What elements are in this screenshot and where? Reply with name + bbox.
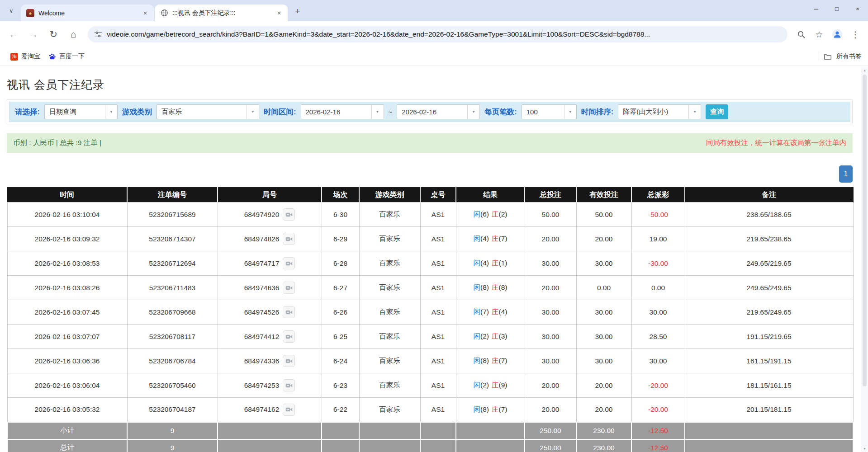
cell-game-kind: 百家乐 — [359, 251, 420, 276]
all-bookmarks-label[interactable]: 所有书签 — [836, 52, 862, 61]
dropdown-arrow-box[interactable]: ▼ — [688, 105, 701, 119]
cell-table-no: AS1 — [420, 300, 456, 325]
cell-note: 219.65/249.65 — [685, 300, 853, 325]
scrollbar-thumb[interactable] — [863, 75, 867, 386]
player-result-label: 闲 — [474, 283, 481, 291]
video-replay-button[interactable] — [283, 208, 295, 221]
round-id-text: 684974253 — [244, 381, 280, 390]
page-scrollbar[interactable]: ▲ ▼ — [861, 66, 868, 452]
player-result-label: 闲 — [474, 235, 481, 242]
sort-select[interactable]: 降幂(由大到小) ▼ — [618, 104, 701, 119]
video-replay-button[interactable] — [283, 355, 295, 367]
player-result-count: (6) — [480, 210, 489, 218]
video-replay-button[interactable] — [283, 306, 295, 318]
page-title: 视讯 会员下注纪录 — [7, 77, 853, 92]
cell-game-kind: 百家乐 — [359, 276, 420, 300]
query-type-select[interactable]: 日期查询 ▼ — [44, 104, 118, 119]
per-page-select[interactable]: 100 ▼ — [522, 104, 577, 119]
video-replay-button[interactable] — [283, 257, 295, 269]
new-tab-button[interactable]: + — [291, 5, 304, 18]
browser-menu-button[interactable]: ⋮ — [847, 26, 863, 42]
round-id-text: 684974162 — [244, 405, 280, 414]
bookmark-star-button[interactable]: ☆ — [811, 26, 827, 42]
video-replay-button[interactable] — [283, 379, 295, 391]
total-payout: -12.50 — [631, 439, 685, 452]
page-1-button[interactable]: 1 — [839, 165, 853, 183]
dropdown-arrow-box[interactable]: ▼ — [105, 105, 117, 119]
scroll-down-arrow-icon[interactable]: ▼ — [861, 445, 868, 452]
minimize-button[interactable]: ─ — [806, 0, 826, 17]
cell-time: 2026-02-16 03:08:26 — [7, 276, 127, 300]
cell-game-kind: 百家乐 — [359, 373, 420, 398]
close-window-button[interactable]: × — [847, 0, 868, 17]
url-text[interactable]: videoie.com/game/betrecord_search/kind3?… — [107, 30, 785, 38]
scroll-up-arrow-icon[interactable]: ▲ — [861, 66, 868, 74]
site-settings-icon[interactable] — [94, 30, 102, 38]
chevron-down-icon: ▼ — [472, 110, 475, 114]
maximize-button[interactable]: □ — [826, 0, 847, 17]
cell-bet-id: 523206712694 — [127, 251, 218, 276]
date-end-select[interactable]: 2026-02-16 ▼ — [397, 104, 480, 119]
back-button[interactable]: ← — [5, 25, 23, 43]
cell-result: 闲(4)庄(1) — [456, 251, 525, 276]
query-type-value: 日期查询 — [45, 105, 105, 119]
tab-close-icon[interactable]: × — [275, 9, 283, 17]
cell-time: 2026-02-16 03:05:32 — [7, 398, 127, 422]
tab-bet-records[interactable]: :::视讯 会员下注纪录::: × — [155, 5, 288, 21]
magnifier-icon — [797, 30, 806, 39]
bet-record-row: 2026-02-16 03:06:36 523206706784 6849743… — [7, 349, 853, 373]
tab-title: :::视讯 会员下注纪录::: — [172, 9, 275, 17]
dropdown-arrow-box[interactable]: ▼ — [564, 105, 576, 119]
dropdown-arrow-box[interactable]: ▼ — [371, 105, 384, 119]
profile-avatar-button[interactable] — [829, 26, 845, 42]
cell-round-id: 684974412 — [218, 325, 322, 349]
address-bar[interactable]: videoie.com/game/betrecord_search/kind3?… — [88, 26, 787, 42]
banker-result-count: (8) — [499, 283, 508, 291]
date-start-select[interactable]: 2026-02-16 ▼ — [301, 104, 384, 119]
bookmark-baidu[interactable]: 百度一下 — [44, 50, 89, 63]
bookmark-taobao[interactable]: 淘 爱淘宝 — [6, 50, 44, 63]
cell-table-no: AS1 — [420, 202, 456, 227]
tab-close-icon[interactable]: × — [141, 9, 149, 17]
subtotal-valid-bet: 230.00 — [576, 422, 631, 439]
cell-result: 闲(2)庄(9) — [456, 373, 525, 398]
forward-button[interactable]: → — [24, 25, 43, 43]
video-replay-button[interactable] — [283, 233, 295, 245]
subtotal-count: 9 — [127, 422, 218, 439]
reload-button[interactable]: ↻ — [44, 25, 62, 43]
close-icon: × — [856, 5, 859, 12]
cell-note: 249.65/249.65 — [685, 276, 853, 300]
cell-bet-id: 523206714307 — [127, 227, 218, 251]
dropdown-arrow-box[interactable]: ▼ — [467, 105, 479, 119]
filter-bar: 请选择: 日期查询 ▼ 游戏类别 百家乐 ▼ 时间区间: 2026-02-16 … — [9, 102, 850, 122]
cell-payout: 19.00 — [631, 227, 685, 251]
video-replay-button[interactable] — [283, 330, 295, 343]
tab-search-button[interactable]: ∨ — [5, 4, 18, 18]
cell-payout: 30.00 — [631, 300, 685, 325]
video-replay-button[interactable] — [283, 404, 295, 416]
home-button[interactable]: ⌂ — [64, 25, 82, 43]
minimize-icon: ─ — [814, 5, 818, 12]
divider — [819, 52, 819, 61]
search-button[interactable]: 查询 — [706, 104, 728, 119]
bet-records-table: 时间 注单编号 局号 场次 游戏类别 桌号 结果 总投注 有效投注 总派彩 备注… — [7, 187, 854, 452]
cell-note: 201.15/181.15 — [685, 398, 853, 422]
chevron-down-icon: ▼ — [693, 110, 697, 114]
cell-valid-bet: 50.00 — [576, 202, 631, 227]
bookmark-label: 爱淘宝 — [21, 52, 40, 61]
video-replay-button[interactable] — [283, 282, 295, 294]
dropdown-arrow-box[interactable]: ▼ — [247, 105, 259, 119]
cell-note: 219.65/238.65 — [685, 227, 853, 251]
chevron-down-icon: ▼ — [569, 110, 572, 114]
chevron-down-icon: ▼ — [251, 110, 255, 114]
cell-result: 闲(2)庄(3) — [456, 325, 525, 349]
cell-bet-id: 523206705460 — [127, 373, 218, 398]
col-header-session: 场次 — [322, 188, 359, 202]
cell-result: 闲(8)庄(7) — [456, 349, 525, 373]
game-kind-select[interactable]: 百家乐 ▼ — [157, 104, 259, 119]
chevron-down-icon: ▼ — [376, 110, 379, 114]
page-viewport: 视讯 会员下注纪录 请选择: 日期查询 ▼ 游戏类别 百家乐 ▼ 时间区间: 2… — [0, 66, 868, 452]
player-result-count: (4) — [480, 235, 489, 242]
tab-welcome[interactable]: ♠ Welcome × — [21, 5, 154, 21]
zoom-button[interactable] — [793, 26, 809, 42]
